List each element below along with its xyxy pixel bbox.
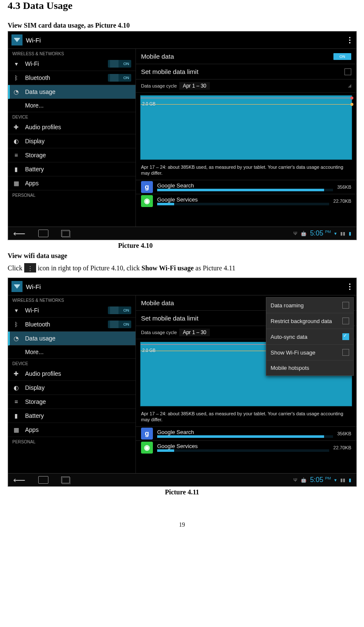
menu-label: Data roaming [271,302,304,309]
sidebar-item-data-usage[interactable]: ◔ Data usage [8,332,135,346]
topbar-title: Wi-Fi [26,283,41,290]
sidebar-item-audio[interactable]: ✚ Audio profiles [8,367,135,381]
storage-icon: ≡ [12,151,20,159]
sidebar-item-display[interactable]: ◐ Display [8,134,135,148]
status-battery-icon: ▮ [349,477,351,483]
menu-mobile-hotspots[interactable]: Mobile hotspots [266,360,353,375]
nav-back-icon[interactable]: ⟵ [13,228,25,238]
app-usage-row[interactable]: g Google Search 356KB [136,180,356,194]
app-usage-row[interactable]: g Google Search 356KB [136,426,356,440]
screenshot-4-11: Wi-Fi WIRELESS & NETWORKS ▾ Wi-Fi ON ᛒ B… [8,278,357,487]
set-limit-checkbox[interactable] [344,68,351,75]
menu-restrict-bg[interactable]: Restrict background data [266,313,353,329]
bluetooth-toggle[interactable]: ON [108,74,131,82]
chart-label: 2.0 GB [142,102,155,106]
cycle-value: Apr 1 – 30 [179,329,209,336]
sidebar-label: Display [25,138,45,145]
sidebar-item-wifi[interactable]: ▾ Wi-Fi ON [8,304,135,318]
wifi-settings-icon[interactable] [11,34,23,45]
topbar-title: Wi-Fi [26,37,41,44]
bluetooth-toggle[interactable]: ON [108,321,131,328]
restrict-checkbox[interactable] [342,318,349,324]
set-limit-row[interactable]: Set mobile data limit [136,64,356,79]
sidebar-label: Wi-Fi [25,60,39,67]
cycle-label: Data usage cycle [141,330,177,335]
sidebar-item-bluetooth[interactable]: ᛒ Bluetooth ON [8,71,135,85]
sidebar-item-apps[interactable]: ▦ Apps [8,423,135,437]
app-usage-row[interactable]: ◉ Google Services 22.70KB [136,194,356,208]
sidebar-item-audio[interactable]: ✚ Audio profiles [8,120,135,134]
caption-4-11: Picture 4.11 [8,488,356,496]
sidebar-item-wifi[interactable]: ▾ Wi-Fi ON [8,57,135,71]
sidebar-label: Storage [25,152,46,159]
battery-icon: ▮ [12,165,20,173]
nav-home-icon[interactable] [38,476,48,484]
menu-autosync[interactable]: Auto-sync data [266,329,353,345]
wifi-toggle[interactable]: ON [108,60,131,68]
wifi-toggle[interactable]: ON [108,306,131,314]
sidebar-item-battery[interactable]: ▮ Battery [8,409,135,423]
google-search-icon: g [141,428,153,440]
sidebar-group-wireless: WIRELESS & NETWORKS [8,295,135,304]
nav-recent-icon[interactable] [61,477,70,483]
nav-back-icon[interactable]: ⟵ [13,475,25,485]
nav-recent-icon[interactable] [61,230,70,237]
subheading-sim: View SIM card data usage, as Picture 4.1… [8,22,356,29]
sidebar-label: Wi-Fi [25,307,39,314]
warning-line[interactable] [141,104,352,105]
data-usage-panel: Mobile data ON Set mobile data limit Dat… [136,49,356,227]
battery-icon: ▮ [12,412,20,420]
sidebar-item-bluetooth[interactable]: ᛒ Bluetooth ON [8,318,135,332]
roaming-checkbox[interactable] [342,302,349,309]
usb-icon: Ψ [293,231,297,236]
wifi-icon: ▾ [12,306,20,314]
sidebar-item-battery[interactable]: ▮ Battery [8,162,135,176]
app-topbar: Wi-Fi [8,278,356,295]
limit-line[interactable] [141,98,352,98]
sidebar-group-personal: PERSONAL [8,190,135,199]
sidebar-item-apps[interactable]: ▦ Apps [8,176,135,190]
menu-data-roaming[interactable]: Data roaming [266,298,353,313]
mobile-data-toggle[interactable]: ON [333,53,351,60]
sidebar-item-data-usage[interactable]: ◔ Data usage [8,85,135,99]
clock[interactable]: 5:05 PM [310,476,331,484]
audio-icon: ✚ [12,370,20,377]
google-services-icon: ◉ [141,442,153,454]
app-name: Google Search [157,429,333,435]
screenshot-4-10: Wi-Fi WIRELESS & NETWORKS ▾ Wi-Fi ON ᛒ B… [8,31,357,240]
usage-cycle-row[interactable]: Data usage cycle Apr 1 – 30 [136,79,356,93]
sidebar-item-more[interactable]: More... [8,346,135,359]
app-name: Google Search [157,182,333,189]
android-debug-icon: 🤖 [301,231,307,236]
wifi-settings-icon[interactable] [11,281,23,292]
usage-bar [157,449,174,452]
menu-label: Restrict background data [271,318,332,324]
clock[interactable]: 5:05 PM [310,230,331,237]
instruction-line: Click ⋯ icon in right top of Picture 4.1… [8,264,356,273]
app-usage-row[interactable]: ◉ Google Services 22.70KB [136,440,356,454]
sidebar-item-display[interactable]: ◐ Display [8,381,135,395]
sidebar-group-device: DEVICE [8,112,135,120]
mobile-data-row[interactable]: Mobile data ON [136,49,356,64]
app-size: 22.70KB [333,445,351,450]
overflow-menu-icon[interactable] [347,281,353,292]
overflow-menu-icon[interactable] [347,34,353,46]
overflow-popup-menu: Data roaming Restrict background data Au… [266,297,354,376]
sidebar-label: Apps [25,426,39,433]
audio-icon: ✚ [12,123,20,131]
sidebar-item-storage[interactable]: ≡ Storage [8,395,135,409]
settings-sidebar: WIRELESS & NETWORKS ▾ Wi-Fi ON ᛒ Bluetoo… [8,295,136,474]
show-wifi-checkbox[interactable] [342,349,349,356]
sidebar-label: Bluetooth [25,74,50,81]
sidebar-label: Bluetooth [25,321,50,328]
usage-chart[interactable]: 2.0 GB [140,95,352,160]
sidebar-group-personal: PERSONAL [8,437,135,445]
menu-show-wifi-usage[interactable]: Show Wi-Fi usage [266,345,353,360]
sidebar-item-storage[interactable]: ≡ Storage [8,148,135,162]
app-size: 356KB [337,184,351,190]
nav-home-icon[interactable] [38,230,48,237]
sidebar-item-more[interactable]: More... [8,99,135,112]
sidebar-label: Battery [25,166,44,173]
autosync-checkbox[interactable] [342,333,349,340]
caption-4-10: Picture 4.10 [118,242,356,250]
